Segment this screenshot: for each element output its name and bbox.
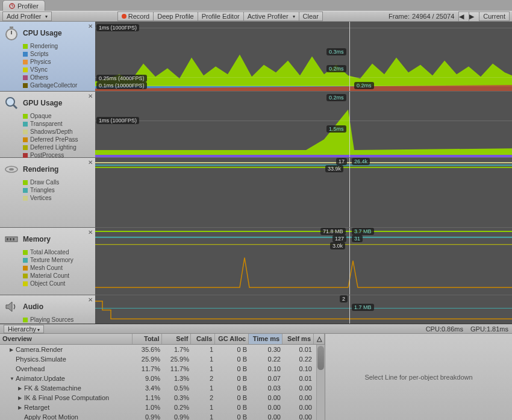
legend-label: Others	[30, 74, 48, 81]
cell-self: 0.3%	[163, 394, 192, 401]
col-selfms[interactable]: Self ms	[283, 334, 314, 344]
playhead[interactable]	[349, 92, 350, 157]
legend-item[interactable]: Deferred Lighting	[23, 143, 92, 151]
legend-item[interactable]: Mesh Count	[23, 264, 92, 272]
playhead[interactable]	[349, 22, 350, 91]
svg-rect-5	[10, 27, 13, 28]
legend-swatch	[23, 75, 28, 80]
legend-item[interactable]: GarbageCollector	[23, 81, 92, 89]
legend-item[interactable]: Opaque	[23, 112, 92, 120]
legend-swatch	[23, 145, 28, 150]
track-audio[interactable]: ✕ Audio Playing SourcesPlaying Voices 21…	[0, 295, 512, 324]
table-row[interactable]: ▶IK & Final Pose Computation1.1%0.3%20 B…	[0, 393, 325, 403]
track-memory[interactable]: ✕ Memory Total AllocatedTexture MemoryMe…	[0, 228, 512, 295]
legend-item[interactable]: Transparent	[23, 120, 92, 128]
table-row[interactable]: Apply Root Motion0.9%0.9%10 B0.000.00	[0, 412, 325, 420]
next-frame-button[interactable]: ▶	[469, 11, 479, 22]
legend-item[interactable]: Texture Memory	[23, 256, 92, 264]
col-triangle[interactable]: △	[314, 334, 325, 344]
clear-button[interactable]: Clear	[299, 11, 323, 21]
detail-table: Overview Total Self Calls GC Alloc Time …	[0, 334, 325, 420]
table-row[interactable]: Overhead11.7%11.7%10 B0.100.10	[0, 364, 325, 374]
col-timems[interactable]: Time ms	[249, 334, 283, 344]
col-total[interactable]: Total	[133, 334, 163, 344]
legend-item[interactable]: Shadows/Depth	[23, 128, 92, 136]
legend-item[interactable]: Total Allocated	[23, 248, 92, 256]
detail-panel: Overview Total Self Calls GC Alloc Time …	[0, 334, 512, 420]
close-icon[interactable]: ✕	[88, 159, 93, 166]
legend-label: Draw Calls	[30, 178, 59, 186]
cell-name: ▼Animator.Update	[0, 375, 133, 382]
close-icon[interactable]: ✕	[88, 23, 93, 30]
legend-label: Deferred PrePass	[30, 136, 78, 143]
playhead[interactable]	[349, 228, 350, 295]
expand-arrow-icon[interactable]: ▶	[10, 347, 16, 353]
legend-item[interactable]: Others	[23, 74, 92, 81]
legend-item[interactable]: Scripts	[23, 50, 92, 58]
expand-arrow-icon[interactable]: ▼	[10, 376, 16, 381]
track-memory-graph[interactable]: 71.8 MB1273.0k3.7 MB31	[95, 228, 512, 295]
close-icon[interactable]: ✕	[88, 93, 93, 99]
playhead[interactable]	[349, 295, 350, 324]
col-gc[interactable]: GC Alloc	[215, 334, 249, 344]
track-gpu-graph[interactable]: 1ms (1000FPS)0.2ms1.5ms	[95, 92, 512, 157]
legend-item[interactable]: Physics	[23, 58, 92, 66]
add-profiler-button[interactable]: Add Profiler	[2, 11, 52, 21]
chart-value-label: 1ms (1000FPS)	[96, 24, 139, 31]
legend-swatch	[23, 250, 28, 255]
col-calls[interactable]: Calls	[191, 334, 215, 344]
track-gpu[interactable]: ✕ GPU Usage OpaqueTransparentShadows/Dep…	[0, 92, 512, 158]
table-row[interactable]: ▶Retarget1.0%0.2%10 B0.000.00	[0, 403, 325, 412]
expand-arrow-icon[interactable]: ▶	[18, 405, 24, 410]
legend-item[interactable]: Draw Calls	[23, 178, 92, 186]
expand-arrow-icon[interactable]: ▶	[18, 386, 24, 391]
legend-item[interactable]: Triangles	[23, 186, 92, 194]
legend-label: Object Count	[30, 280, 65, 287]
cell-time: 0.00	[249, 394, 283, 401]
table-row[interactable]: ▶FK & Statemachine3.4%0.5%10 B0.030.00	[0, 383, 325, 393]
track-audio-graph[interactable]: 21.7 MB	[95, 295, 512, 324]
profiler-icon	[9, 3, 15, 9]
table-row[interactable]: ▶Camera.Render35.6%1.7%10 B0.300.01	[0, 345, 325, 354]
tracks-panel: ✕ CPU Usage RenderingScriptsPhysicsVSync…	[0, 22, 512, 324]
legend-item[interactable]: Playing Sources	[23, 316, 92, 324]
svg-point-7	[6, 98, 14, 106]
current-button[interactable]: Current	[479, 11, 510, 21]
prev-frame-button[interactable]: ◀	[458, 11, 469, 22]
legend-item[interactable]: Vertices	[23, 194, 92, 202]
cell-selfms: 0.00	[283, 384, 314, 392]
playhead[interactable]	[349, 158, 350, 227]
deep-profile-button[interactable]: Deep Profile	[153, 11, 198, 21]
col-self[interactable]: Self	[162, 334, 191, 344]
col-overview[interactable]: Overview	[0, 334, 133, 344]
legend-item[interactable]: Material Count	[23, 272, 92, 280]
legend-item[interactable]: Rendering	[23, 42, 92, 50]
legend-label: Scripts	[30, 50, 49, 58]
speaker-icon	[4, 299, 19, 315]
scrollbar[interactable]	[316, 345, 325, 420]
track-rendering-graph[interactable]: 1733.9k26.4k	[95, 158, 512, 227]
cell-name: ▶Retarget	[0, 404, 133, 411]
table-row[interactable]: Physics.Simulate25.9%25.9%10 B0.220.22	[0, 354, 325, 364]
legend-item[interactable]: VSync	[23, 66, 92, 74]
legend-item[interactable]: Deferred PrePass	[23, 136, 92, 143]
active-profiler-button[interactable]: Active Profiler	[243, 11, 299, 21]
close-icon[interactable]: ✕	[88, 296, 93, 303]
tab-profiler[interactable]: Profiler	[2, 0, 45, 11]
track-cpu[interactable]: ✕ CPU Usage RenderingScriptsPhysicsVSync…	[0, 22, 512, 92]
close-icon[interactable]: ✕	[88, 229, 93, 236]
hierarchy-button[interactable]: Hierarchy	[4, 325, 44, 333]
track-cpu-graph[interactable]: 1ms (1000FPS)0.25ms (4000FPS)0.1ms (1000…	[95, 22, 512, 91]
expand-arrow-icon[interactable]: ▶	[18, 395, 24, 401]
table-row[interactable]: ▼Animator.Update9.0%1.3%20 B0.070.01	[0, 374, 325, 383]
toolbar: Add Profiler Record Deep Profile Profile…	[0, 11, 512, 22]
legend-swatch	[23, 83, 28, 88]
chart-value-label: 0.2ms	[354, 82, 374, 89]
track-rendering[interactable]: ✕ Rendering Draw CallsTrianglesVertices …	[0, 158, 512, 228]
record-button[interactable]: Record	[117, 11, 154, 21]
profile-editor-button[interactable]: Profile Editor	[198, 11, 244, 21]
scroll-thumb[interactable]	[317, 346, 324, 370]
cell-calls: 1	[192, 413, 216, 420]
cell-self: 0.2%	[163, 404, 192, 411]
legend-item[interactable]: Object Count	[23, 280, 92, 287]
